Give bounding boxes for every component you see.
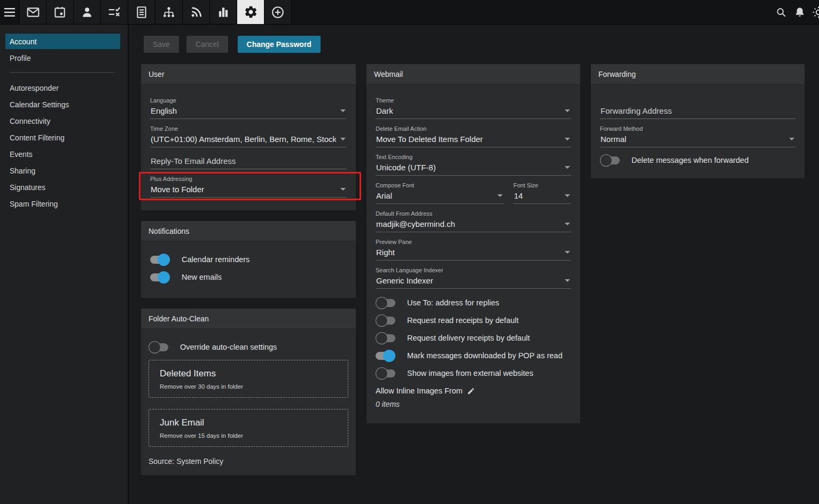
field-label: Font Size: [513, 182, 571, 188]
default-from-address-select[interactable]: Default From Address madjik@cybermind.ch: [376, 210, 571, 232]
field-value: Dark: [376, 106, 393, 115]
preview-pane-select[interactable]: Preview Pane Right: [376, 239, 571, 261]
toggle-switch[interactable]: [150, 273, 170, 281]
sidebar-item-connectivity[interactable]: Connectivity: [5, 113, 120, 129]
save-button[interactable]: Save: [144, 36, 179, 53]
field-label: Plus Addressing: [150, 176, 347, 182]
language-select[interactable]: Language English: [150, 97, 347, 119]
settings-sidebar: Account Profile Autoresponder Calendar S…: [0, 25, 129, 504]
delete-email-action-select[interactable]: Delete Email Action Move To Deleted Item…: [376, 125, 571, 147]
hamburger-menu-button[interactable]: [0, 0, 19, 24]
plus-addressing-select[interactable]: Plus Addressing Move to Folder: [150, 176, 347, 198]
nav-calendar-button[interactable]: [46, 0, 74, 24]
user-card: User Language English Time Zone (UTC+01:…: [141, 64, 356, 210]
top-toolbar: [0, 0, 819, 25]
nav-domain-tree-button[interactable]: [155, 0, 183, 24]
toggle-calendar-reminders[interactable]: Calendar reminders: [150, 255, 347, 264]
compose-font-select[interactable]: Compose Font Arial: [376, 182, 504, 204]
nav-reports-button[interactable]: [210, 0, 237, 24]
field-value: 14: [514, 191, 523, 200]
sidebar-item-events[interactable]: Events: [5, 146, 120, 162]
notes-icon: [135, 5, 149, 19]
theme-button[interactable]: [812, 6, 819, 19]
toggle-switch[interactable]: [376, 334, 395, 342]
toggle-use-to-address[interactable]: Use To: address for replies: [376, 298, 571, 307]
chevron-down-icon: [565, 166, 570, 169]
toggle-label: Request delivery receipts by default: [407, 334, 530, 342]
nav-mail-button[interactable]: [19, 0, 46, 24]
search-button[interactable]: [775, 6, 787, 19]
chevron-down-icon: [565, 223, 570, 225]
timezone-select[interactable]: Time Zone (UTC+01:00) Amsterdam, Berlin,…: [150, 125, 347, 147]
edit-icon[interactable]: [467, 387, 475, 395]
card-title: Notifications: [141, 221, 356, 241]
chevron-down-icon: [340, 109, 346, 112]
sidebar-item-label: Signatures: [10, 183, 45, 192]
field-label: Delete Email Action: [376, 125, 571, 132]
nav-settings-button[interactable]: [237, 0, 264, 24]
toggle-delete-when-forwarded[interactable]: Delete messages when forwarded: [600, 156, 795, 164]
card-title: Folder Auto-Clean: [141, 309, 356, 329]
text-encoding-select[interactable]: Text Encoding Unicode (UTF-8): [376, 154, 571, 176]
toggle-switch[interactable]: [376, 299, 395, 307]
reply-to-field: [150, 155, 347, 169]
nav-rss-feeds-button[interactable]: [183, 0, 210, 24]
allow-inline-items-count: 0 items: [376, 400, 571, 408]
toggle-label: Use To: address for replies: [407, 298, 499, 307]
field-label: Compose Font: [376, 182, 504, 188]
toggle-switch[interactable]: [376, 369, 395, 377]
nav-notes-button[interactable]: [128, 0, 155, 24]
toggle-override-autoclean[interactable]: Override auto-clean settings: [149, 343, 348, 351]
sidebar-item-spam-filtering[interactable]: Spam Filtering: [5, 196, 120, 211]
field-value: Unicode (UTF-8): [376, 163, 436, 172]
toggle-delivery-receipts[interactable]: Request delivery receipts by default: [376, 334, 571, 342]
notifications-button[interactable]: [793, 6, 806, 19]
notifications-card: Notifications Calendar reminders New ema…: [141, 221, 356, 298]
sidebar-item-content-filtering[interactable]: Content Filtering: [5, 130, 120, 145]
nav-tasks-button[interactable]: [101, 0, 128, 24]
autoclean-rule-junk-email[interactable]: Junk Email Remove over 15 days in folder: [149, 409, 348, 447]
sidebar-item-sharing[interactable]: Sharing: [5, 163, 120, 178]
search-language-indexer-select[interactable]: Search Language Indexer Generic Indexer: [376, 267, 571, 289]
change-password-button[interactable]: Change Password: [238, 36, 321, 53]
toggle-external-images[interactable]: Show images from external websites: [376, 369, 571, 377]
toggle-switch[interactable]: [376, 352, 395, 360]
sidebar-item-label: Spam Filtering: [10, 200, 58, 208]
field-label: Theme: [376, 97, 571, 104]
field-value: Generic Indexer: [376, 276, 433, 285]
plus-addressing-highlight-wrap: Plus Addressing Move to Folder: [150, 176, 347, 198]
topbar-right-actions: [775, 0, 819, 24]
field-value: Right: [376, 248, 395, 257]
autoclean-rule-deleted-items[interactable]: Deleted Items Remove over 30 days in fol…: [149, 360, 348, 398]
toggle-switch[interactable]: [149, 343, 168, 351]
forward-method-select[interactable]: Forward Method Normal: [600, 125, 795, 147]
field-value: Arial: [376, 191, 392, 200]
toggle-switch[interactable]: [600, 156, 620, 164]
field-value: English: [151, 106, 177, 115]
forwarding-address-input[interactable]: [600, 106, 794, 115]
toggle-mark-pop-read[interactable]: Mark messages downloaded by POP as read: [376, 351, 571, 360]
reply-to-input[interactable]: [151, 156, 346, 166]
mail-icon: [26, 5, 40, 19]
sidebar-item-account[interactable]: Account: [5, 34, 120, 49]
chevron-down-icon: [789, 138, 794, 140]
toggle-switch[interactable]: [376, 317, 395, 325]
toggle-switch[interactable]: [150, 256, 170, 264]
tasks-icon: [107, 5, 121, 19]
nav-contacts-button[interactable]: [74, 0, 101, 24]
settings-main: Save Cancel Change Password User Languag…: [129, 25, 819, 504]
sidebar-divider: [10, 72, 115, 73]
plus-circle-icon: [271, 5, 285, 19]
toggle-read-receipts[interactable]: Request read receipts by default: [376, 316, 571, 325]
cancel-button[interactable]: Cancel: [186, 36, 228, 53]
field-label: Preview Pane: [376, 239, 571, 245]
theme-select[interactable]: Theme Dark: [376, 97, 571, 119]
sidebar-item-calendar-settings[interactable]: Calendar Settings: [5, 97, 120, 112]
sidebar-item-autoresponder[interactable]: Autoresponder: [5, 80, 120, 96]
nav-new-item-button[interactable]: [264, 0, 292, 24]
sidebar-item-signatures[interactable]: Signatures: [5, 179, 120, 195]
sidebar-item-profile[interactable]: Profile: [5, 50, 120, 66]
sidebar-item-label: Content Filtering: [10, 133, 65, 142]
toggle-new-emails[interactable]: New emails: [150, 273, 347, 281]
font-size-select[interactable]: Font Size 14: [513, 182, 571, 204]
